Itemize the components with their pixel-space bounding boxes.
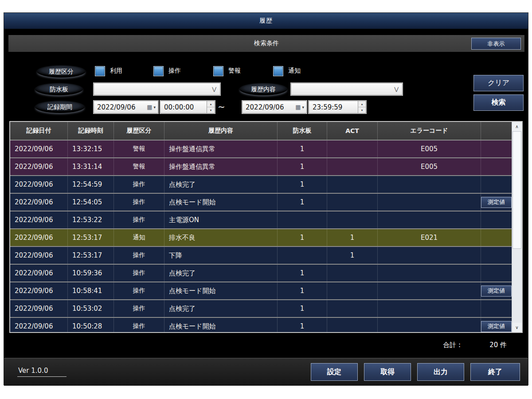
hide-button[interactable]: 非表示 [471, 38, 521, 50]
cell-error-code [378, 176, 481, 193]
end-date-value: 2022/09/06 [246, 103, 295, 111]
output-button[interactable]: 出力 [417, 363, 464, 381]
cell-error-code: E005 [378, 158, 481, 175]
cell-board: 1 [278, 265, 327, 282]
checkbox-checked-icon[interactable] [153, 66, 164, 76]
search-button[interactable]: 検索 [473, 94, 524, 111]
checkbox-checked-icon[interactable] [95, 66, 105, 76]
spin-down-icon[interactable]: ▾ [207, 107, 215, 113]
exit-button[interactable]: 終了 [470, 363, 520, 381]
scrollbar[interactable]: ∧ ∨ [512, 122, 522, 332]
cell-category: 操作 [114, 194, 164, 211]
checkbox-checked-icon[interactable] [213, 66, 223, 76]
cell-record-time: 12:53:22 [68, 211, 114, 228]
table-row[interactable]: 2022/09/06 12:53:17 通知 排水不良 1 1 E021 [10, 228, 512, 246]
cell-record-date: 2022/09/06 [10, 158, 68, 175]
scrollbar-track[interactable] [512, 131, 522, 323]
cell-board: 1 [278, 141, 327, 157]
cell-content: 点検完了 [164, 176, 278, 193]
spin-up-icon[interactable]: ▴ [207, 101, 215, 107]
cell-act [327, 265, 378, 282]
measure-value-button[interactable]: 測定値 [481, 321, 512, 332]
cell-board: 1 [278, 318, 327, 332]
cell-content: 点検モード開始 [164, 318, 278, 332]
cell-record-time: 10:59:36 [68, 265, 114, 282]
cell-content: 点検モード開始 [164, 282, 278, 299]
chevron-down-icon[interactable]: ⋁ [394, 86, 402, 92]
cell-category: 警報 [114, 141, 164, 157]
chevron-down-icon[interactable]: ▾ [301, 105, 306, 110]
cell-error-code [378, 265, 481, 282]
cell-error-code [378, 194, 481, 211]
waterproof-board-select[interactable]: ⋁ [94, 83, 220, 95]
table-row[interactable]: 2022/09/06 12:54:59 操作 点検完了 1 [10, 175, 512, 193]
table-row[interactable]: 2022/09/06 13:32:15 警報 操作盤通信異常 1 E005 [10, 140, 512, 157]
end-date-picker[interactable]: 2022/09/06 ▦ ▾ [242, 101, 307, 113]
acquire-button[interactable]: 取得 [364, 363, 411, 381]
table-row[interactable]: 2022/09/06 12:54:05 操作 点検モード開始 1 測定値 [10, 193, 512, 211]
calendar-icon: ▦ [295, 104, 301, 110]
spin-down-icon[interactable]: ▾ [358, 107, 366, 113]
cell-act [327, 194, 378, 211]
summary-bar: 合計 : 20 件 [4, 333, 528, 358]
cell-record-date: 2022/09/06 [10, 229, 68, 246]
cell-record-time: 10:50:28 [68, 318, 114, 332]
table-row[interactable]: 2022/09/06 10:58:41 操作 点検モード開始 1 測定値 [10, 282, 512, 299]
cell-category: 通知 [114, 229, 164, 246]
category-checkbox-operation[interactable]: 操作 [153, 65, 181, 77]
time-spinner[interactable]: ▴ ▾ [207, 101, 215, 113]
chevron-down-icon[interactable]: ▾ [153, 105, 158, 110]
calendar-icon: ▦ [147, 104, 152, 110]
history-table-body: 2022/09/06 13:32:15 警報 操作盤通信異常 1 E005 20… [10, 140, 512, 332]
cell-measure: 測定値 [481, 318, 512, 332]
clear-button[interactable]: クリア [473, 75, 524, 91]
cell-act: 1 [327, 229, 378, 246]
cell-record-date: 2022/09/06 [10, 211, 68, 228]
scroll-up-icon[interactable]: ∧ [512, 122, 522, 131]
chevron-down-icon[interactable]: ⋁ [212, 86, 220, 92]
cell-measure [481, 300, 512, 317]
category-checkbox-notice[interactable]: 通知 [273, 65, 301, 77]
history-table-content: 記録日付 記録時刻 履歴区分 履歴内容 防水板 ACT エラーコード 2022/… [10, 122, 512, 332]
spin-up-icon[interactable]: ▴ [358, 101, 366, 107]
period-separator: ~ [218, 102, 225, 112]
cell-record-date: 2022/09/06 [10, 300, 68, 317]
cell-measure [481, 158, 512, 175]
start-date-picker[interactable]: 2022/09/06 ▦ ▾ [94, 101, 158, 113]
cell-board: 1 [278, 229, 327, 246]
category-checkbox-alarm[interactable]: 警報 [213, 65, 241, 77]
table-row[interactable]: 2022/09/06 12:53:17 操作 下降 1 [10, 246, 512, 264]
cell-measure [481, 265, 512, 282]
cell-measure: 測定値 [481, 282, 512, 299]
time-spinner[interactable]: ▴ ▾ [358, 101, 366, 113]
scrollbar-thumb[interactable] [512, 131, 521, 249]
table-row[interactable]: 2022/09/06 10:59:36 操作 点検完了 1 [10, 264, 512, 282]
cell-category: 操作 [114, 176, 164, 193]
cell-measure [481, 211, 512, 228]
history-content-select[interactable]: ⋁ [291, 83, 403, 95]
waterproof-board-label: 防水板 [35, 83, 83, 95]
cell-record-date: 2022/09/06 [10, 247, 68, 264]
table-row[interactable]: 2022/09/06 12:53:22 操作 主電源ON [10, 211, 512, 228]
scroll-down-icon[interactable]: ∨ [512, 323, 522, 332]
cell-board [278, 247, 327, 264]
table-row[interactable]: 2022/09/06 10:50:28 操作 点検モード開始 1 測定値 [10, 317, 512, 332]
table-row[interactable]: 2022/09/06 10:53:02 操作 点検完了 1 [10, 299, 512, 317]
end-time-input[interactable]: 23:59:59 ▴ ▾ [309, 101, 366, 113]
category-checkbox-use[interactable]: 利用 [95, 65, 122, 77]
cell-record-time: 12:53:17 [68, 247, 114, 264]
settings-button[interactable]: 設定 [311, 363, 358, 381]
window-title: 履歴 [259, 17, 273, 25]
measure-value-button[interactable]: 測定値 [481, 197, 512, 208]
cell-act [327, 176, 378, 193]
cell-record-time: 13:31:14 [68, 158, 114, 175]
checkbox-checked-icon[interactable] [273, 66, 283, 76]
cell-measure [481, 229, 512, 246]
cell-record-date: 2022/09/06 [10, 318, 68, 332]
start-time-input[interactable]: 00:00:00 ▴ ▾ [160, 101, 215, 113]
cell-content: 点検完了 [164, 300, 278, 317]
cell-board [278, 211, 327, 228]
checkbox-label: 警報 [228, 67, 241, 75]
table-row[interactable]: 2022/09/06 13:31:14 警報 操作盤通信異常 1 E005 [10, 157, 512, 175]
measure-value-button[interactable]: 測定値 [481, 286, 512, 297]
